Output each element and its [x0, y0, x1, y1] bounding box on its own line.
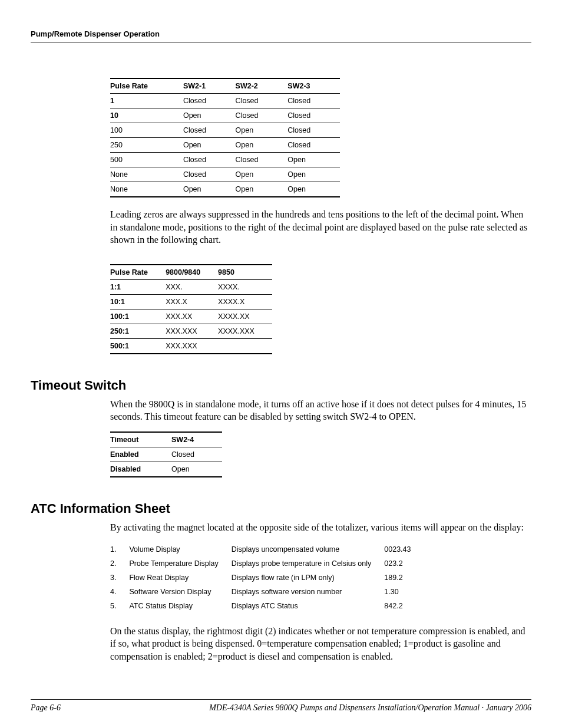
table-row: 10OpenClosedClosed: [110, 108, 340, 123]
cell: 500: [110, 153, 183, 167]
th-pulse-rate: Pulse Rate: [110, 78, 183, 94]
cell: 100: [110, 123, 183, 138]
cell-desc: Displays ATC Status: [232, 599, 385, 613]
th-9850: 9850: [218, 265, 272, 280]
pulse-rate-switch-table: Pulse Rate SW2-1 SW2-2 SW2-3 1ClosedClos…: [110, 78, 340, 197]
table-row: 10:1XXX.XXXXX.X: [110, 294, 272, 309]
cell: Open: [183, 182, 236, 197]
cell: Closed: [183, 123, 236, 138]
cell-desc: Displays uncompensated volume: [232, 542, 385, 556]
cell: Open: [236, 138, 288, 153]
table-row: 5.ATC Status DisplayDisplays ATC Status8…: [110, 599, 424, 613]
cell: XXXX.XX: [218, 309, 272, 324]
atc-outro-paragraph: On the status display, the rightmost dig…: [110, 625, 531, 663]
table-row: 250:1XXX.XXXXXXX.XXX: [110, 324, 272, 338]
cell: 250:1: [110, 324, 166, 338]
cell-desc: Displays probe temperature in Celsius on…: [232, 556, 385, 571]
cell: XXX.X: [166, 294, 218, 309]
table-row: 100ClosedOpenClosed: [110, 123, 340, 138]
cell: Open: [287, 153, 340, 167]
cell-num: 1.: [110, 542, 129, 556]
cell: Open: [183, 138, 236, 153]
cell: Closed: [236, 153, 288, 167]
table-row: 2.Probe Temperature DisplayDisplays prob…: [110, 556, 424, 571]
table-row: 500ClosedClosedOpen: [110, 153, 340, 167]
th-sw2-2: SW2-2: [236, 78, 288, 94]
cell: Closed: [287, 138, 340, 153]
cell: 100:1: [110, 309, 166, 324]
table-row: NoneOpenOpenOpen: [110, 182, 340, 197]
th-9800-9840: 9800/9840: [166, 265, 218, 280]
cell-desc: Displays flow rate (in LPM only): [232, 571, 385, 585]
cell: Closed: [287, 94, 340, 108]
th-timeout: Timeout: [110, 432, 171, 447]
cell: Open: [236, 167, 288, 182]
cell-name: ATC Status Display: [129, 599, 231, 613]
cell: Closed: [236, 108, 288, 123]
table-row: NoneClosedOpenOpen: [110, 167, 340, 182]
cell: XXXX.XXX: [218, 324, 272, 338]
page-footer: Page 6-6 MDE-4340A Series 9800Q Pumps an…: [31, 699, 531, 713]
heading-atc-info: ATC Information Sheet: [31, 501, 531, 516]
th-sw2-1: SW2-1: [183, 78, 236, 94]
cell: XXX.XX: [166, 309, 218, 324]
cell: Open: [171, 462, 222, 477]
cell-val: 1.30: [384, 585, 424, 599]
table-row: 100:1XXX.XXXXXX.XX: [110, 309, 272, 324]
cell: Open: [287, 182, 340, 197]
running-header: Pump/Remote Dispenser Operation: [31, 29, 531, 42]
cell-num: 2.: [110, 556, 129, 571]
cell: Closed: [287, 108, 340, 123]
table-row: 250OpenOpenClosed: [110, 138, 340, 153]
cell: [218, 338, 272, 354]
cell: XXXX.: [218, 279, 272, 294]
table-row: DisabledOpen: [110, 462, 222, 477]
cell: 500:1: [110, 338, 166, 354]
cell: Closed: [183, 94, 236, 108]
table-row: 1:1XXX.XXXX.: [110, 279, 272, 294]
display-format-table: Pulse Rate 9800/9840 9850 1:1XXX.XXXX. 1…: [110, 264, 272, 354]
cell-name: Volume Display: [129, 542, 231, 556]
cell: Closed: [183, 153, 236, 167]
cell-desc: Displays software version number: [232, 585, 385, 599]
cell-num: 4.: [110, 585, 129, 599]
table-row: 500:1XXX.XXX: [110, 338, 272, 354]
timeout-paragraph: When the 9800Q is in standalone mode, it…: [110, 398, 531, 423]
cell-val: 189.2: [384, 571, 424, 585]
th-sw2-3: SW2-3: [287, 78, 340, 94]
cell: 10:1: [110, 294, 166, 309]
table-row: 3.Flow Reat DisplayDisplays flow rate (i…: [110, 571, 424, 585]
leading-zeros-paragraph: Leading zeros are always suppressed in t…: [110, 208, 531, 246]
cell: Closed: [183, 167, 236, 182]
cell-num: 3.: [110, 571, 129, 585]
cell: Open: [236, 123, 288, 138]
th-pulse-rate: Pulse Rate: [110, 265, 166, 280]
cell: XXX.: [166, 279, 218, 294]
cell: Closed: [171, 447, 222, 462]
cell: Enabled: [110, 447, 171, 462]
footer-doc-title: MDE-4340A Series 9800Q Pumps and Dispens…: [209, 703, 531, 713]
cell: XXXX.X: [218, 294, 272, 309]
cell-val: 0023.43: [384, 542, 424, 556]
cell-num: 5.: [110, 599, 129, 613]
th-sw2-4: SW2-4: [171, 432, 222, 447]
cell: Open: [236, 182, 288, 197]
cell: 10: [110, 108, 183, 123]
table-row: EnabledClosed: [110, 447, 222, 462]
atc-intro-paragraph: By activating the magnet located at the …: [110, 521, 531, 534]
cell: XXX.XXX: [166, 324, 218, 338]
footer-page-number: Page 6-6: [31, 703, 61, 713]
cell-name: Probe Temperature Display: [129, 556, 231, 571]
cell: 1:1: [110, 279, 166, 294]
table-row: 1ClosedClosedClosed: [110, 94, 340, 108]
timeout-table: Timeout SW2-4 EnabledClosed DisabledOpen: [110, 431, 222, 477]
cell: None: [110, 182, 183, 197]
cell: Open: [287, 167, 340, 182]
cell: Open: [183, 108, 236, 123]
cell: Closed: [287, 123, 340, 138]
cell: None: [110, 167, 183, 182]
atc-items-table: 1.Volume DisplayDisplays uncompensated v…: [110, 542, 424, 613]
cell-name: Flow Reat Display: [129, 571, 231, 585]
table-row: 1.Volume DisplayDisplays uncompensated v…: [110, 542, 424, 556]
cell: XXX.XXX: [166, 338, 218, 354]
